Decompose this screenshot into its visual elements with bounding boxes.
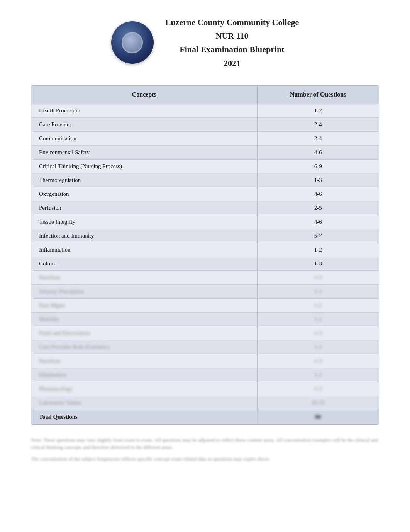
course-line: NUR 110 xyxy=(216,31,249,41)
concept-cell: Care Provider xyxy=(31,117,257,131)
questions-cell: 4-6 xyxy=(257,215,379,229)
questions-cell: 4-6 xyxy=(257,145,379,159)
concept-cell: Perfusion xyxy=(31,201,257,215)
concept-cell: Inflammation xyxy=(31,243,257,257)
table-row: Oxygenation4-6 xyxy=(31,187,379,201)
concept-cell-blurred: Nutrition xyxy=(31,270,257,284)
institution-line: Luzerne County Community College xyxy=(165,17,299,27)
table-row-blurred: Fluid and Electrolytes1-3 xyxy=(31,326,379,340)
concept-cell-blurred: Sensory Perception xyxy=(31,284,257,298)
questions-cell: 2-4 xyxy=(257,131,379,145)
concept-cell: Communication xyxy=(31,131,257,145)
table-row: Inflammation1-2 xyxy=(31,243,379,257)
table-row-blurred: Elimination1-2 xyxy=(31,368,379,382)
table-row-blurred: Pain Mgmt1-2 xyxy=(31,298,379,312)
questions-cell-blurred: 1-3 xyxy=(257,354,379,368)
concept-cell-blurred: Fluid and Electrolytes xyxy=(31,326,257,340)
year-line: 2021 xyxy=(224,58,241,68)
table-row: Perfusion2-5 xyxy=(31,201,379,215)
total-value: 80 xyxy=(315,414,321,420)
questions-cell-blurred: 10-15 xyxy=(257,396,379,410)
table-row-blurred: Laboratory Values10-15 xyxy=(31,396,379,410)
questions-cell-blurred: 1-3 xyxy=(257,340,379,354)
footnotes-section: Note: These questions may vary slightly … xyxy=(31,436,379,463)
table-row-blurred: Care Provider Role (Geriatric)1-3 xyxy=(31,340,379,354)
footnote-2: The concentration of the subject frequen… xyxy=(31,455,379,463)
table-row-blurred: Pharmacology1-3 xyxy=(31,382,379,396)
questions-cell: 1-2 xyxy=(257,243,379,257)
questions-cell: 4-6 xyxy=(257,187,379,201)
concept-cell-blurred: Pain Mgmt xyxy=(31,298,257,312)
table-row-blurred: Mobility1-2 xyxy=(31,312,379,326)
concept-cell-blurred: Nutrition xyxy=(31,354,257,368)
header-text-block: Luzerne County Community College NUR 110… xyxy=(165,15,299,70)
questions-cell-blurred: 1-2 xyxy=(257,298,379,312)
concept-cell-blurred: Laboratory Values xyxy=(31,396,257,410)
institution-name: Luzerne County Community College NUR 110… xyxy=(165,15,299,70)
questions-cell-blurred: 1-3 xyxy=(257,284,379,298)
concept-cell-blurred: Pharmacology xyxy=(31,382,257,396)
table-row-blurred: Sensory Perception1-3 xyxy=(31,284,379,298)
col-concepts-header: Concepts xyxy=(31,86,257,104)
questions-cell-blurred: 1-3 xyxy=(257,270,379,284)
total-row: Total Questions80 xyxy=(31,410,379,424)
table-row: Environmental Safety4-6 xyxy=(31,145,379,159)
concept-cell-blurred: Mobility xyxy=(31,312,257,326)
logo-inner-circle xyxy=(122,32,143,53)
college-logo xyxy=(111,21,154,64)
questions-cell: 1-3 xyxy=(257,257,379,270)
total-label: Total Questions xyxy=(31,410,257,424)
footnote-1: Note: These questions may vary slightly … xyxy=(31,436,379,451)
table-row: Culture1-3 xyxy=(31,257,379,270)
concept-cell: Culture xyxy=(31,257,257,270)
header-row: Concepts Number of Questions xyxy=(31,86,379,104)
questions-cell-blurred: 1-3 xyxy=(257,382,379,396)
questions-cell-blurred: 1-3 xyxy=(257,326,379,340)
questions-cell: 2-5 xyxy=(257,201,379,215)
questions-cell: 1-3 xyxy=(257,173,379,187)
table-row: Communication2-4 xyxy=(31,131,379,145)
table-row: Care Provider2-4 xyxy=(31,117,379,131)
concept-cell: Oxygenation xyxy=(31,187,257,201)
questions-cell: 1-2 xyxy=(257,104,379,117)
table-row: Infection and Immunity5-7 xyxy=(31,229,379,243)
concept-cell-blurred: Elimination xyxy=(31,368,257,382)
blueprint-table: Concepts Number of Questions Health Prom… xyxy=(31,86,379,424)
questions-cell-blurred: 1-2 xyxy=(257,368,379,382)
blueprint-table-wrapper: Concepts Number of Questions Health Prom… xyxy=(31,85,379,425)
table-row: Critical Thinking (Nursing Process)6-9 xyxy=(31,159,379,173)
questions-cell: 6-9 xyxy=(257,159,379,173)
table-row: Tissue Integrity4-6 xyxy=(31,215,379,229)
col-questions-header: Number of Questions xyxy=(257,86,379,104)
questions-cell: 2-4 xyxy=(257,117,379,131)
concept-cell: Thermoregulation xyxy=(31,173,257,187)
concept-cell: Environmental Safety xyxy=(31,145,257,159)
table-row: Health Promotion1-2 xyxy=(31,104,379,117)
concept-cell: Critical Thinking (Nursing Process) xyxy=(31,159,257,173)
table-row-blurred: Nutrition1-3 xyxy=(31,270,379,284)
table-header: Concepts Number of Questions xyxy=(31,86,379,104)
table-body: Health Promotion1-2Care Provider2-4Commu… xyxy=(31,104,379,424)
table-row: Thermoregulation1-3 xyxy=(31,173,379,187)
questions-cell-blurred: 1-2 xyxy=(257,312,379,326)
concept-cell-blurred: Care Provider Role (Geriatric) xyxy=(31,340,257,354)
table-row-blurred: Nutrition1-3 xyxy=(31,354,379,368)
concept-cell: Health Promotion xyxy=(31,104,257,117)
title-line: Final Examination Blueprint xyxy=(180,44,284,54)
concept-cell: Infection and Immunity xyxy=(31,229,257,243)
page-header: Luzerne County Community College NUR 110… xyxy=(31,15,379,70)
total-questions-cell: 80 xyxy=(257,410,379,424)
concept-cell: Tissue Integrity xyxy=(31,215,257,229)
questions-cell: 5-7 xyxy=(257,229,379,243)
